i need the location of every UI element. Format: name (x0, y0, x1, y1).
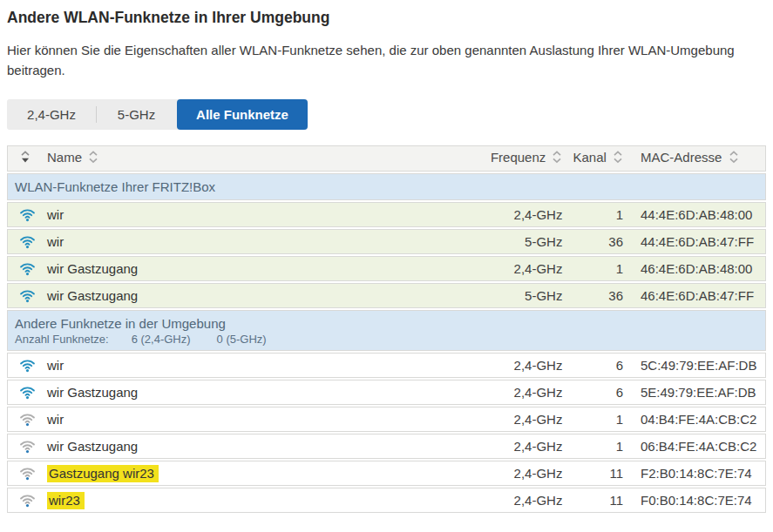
mac-cell: 5C:49:79:EE:AF:DB (628, 353, 766, 378)
wifi-weak-icon (19, 412, 36, 427)
kanal-cell: 36 (567, 229, 628, 254)
page-title: Andere WLAN-Funknetze in Ihrer Umgebung (7, 9, 766, 27)
tab-5ghz[interactable]: 5-GHz (96, 99, 177, 130)
kanal-cell: 6 (567, 353, 628, 378)
table-row: wir2,4-GHz144:4E:6D:AB:48:00 (7, 202, 766, 227)
table-header-row: Name Frequenz (7, 145, 766, 172)
mac-cell: 46:4E:6D:AB:47:FF (628, 283, 766, 308)
signal-cell (7, 202, 42, 227)
group-header-row: Andere Funknetze in der Umgebung Anzahl … (7, 310, 766, 351)
table-row: wir Gastzugang2,4-GHz65E:49:79:EE:AF:DB (7, 380, 766, 405)
table-row: Gastzugang wir232,4-GHz11F2:B0:14:8C:7E:… (7, 461, 766, 486)
sort-chevrons-icon (552, 150, 562, 167)
kanal-cell: 11 (567, 461, 628, 486)
wlan-table-body: WLAN-Funknetze Ihrer FRITZ!Box wir2,4-GH… (7, 173, 766, 513)
sort-chevrons-icon (88, 150, 98, 167)
name-cell: wir Gastzugang (42, 380, 478, 405)
group-header-row: WLAN-Funknetze Ihrer FRITZ!Box (7, 173, 766, 200)
name-cell: wir23 (42, 488, 478, 513)
sort-chevrons-icon (613, 150, 623, 167)
column-header-name[interactable]: Name (42, 145, 478, 172)
wifi-weak-icon (19, 439, 36, 454)
signal-cell (7, 229, 42, 254)
table-row: wir232,4-GHz11F0:B0:14:8C:7E:74 (7, 488, 766, 513)
kanal-cell: 11 (567, 488, 628, 513)
signal-cell (7, 256, 42, 281)
signal-cell (7, 461, 42, 486)
wifi-strong-icon (19, 261, 36, 276)
table-row: wir2,4-GHz65C:49:79:EE:AF:DB (7, 353, 766, 378)
mac-cell: 06:B4:FE:4A:CB:C2 (628, 434, 766, 459)
column-header-kanal[interactable]: Kanal (567, 145, 628, 172)
network-count-value: 0 (5-GHz) (217, 333, 267, 346)
tab-alle-funknetze[interactable]: Alle Funknetze (177, 99, 308, 130)
mac-cell: 44:4E:6D:AB:47:FF (628, 229, 766, 254)
sort-chevrons-icon (729, 150, 739, 167)
wifi-strong-icon (19, 207, 36, 222)
name-cell: wir (42, 202, 478, 227)
frequenz-cell: 2,4-GHz (478, 380, 567, 405)
mac-cell: 46:4E:6D:AB:48:00 (628, 256, 766, 281)
mac-cell: F0:B0:14:8C:7E:74 (628, 488, 766, 513)
wlan-networks-table: Name Frequenz (7, 144, 766, 515)
group-subheader: Anzahl Funknetze:6 (2,4-GHz)0 (5-GHz) (15, 333, 758, 346)
wifi-strong-icon (19, 358, 36, 373)
group-header-title: Andere Funknetze in der Umgebung (15, 315, 758, 332)
table-row: wir2,4-GHz104:B4:FE:4A:CB:C2 (7, 407, 766, 432)
mac-cell: 44:4E:6D:AB:48:00 (628, 202, 766, 227)
table-row: wir Gastzugang2,4-GHz106:B4:FE:4A:CB:C2 (7, 434, 766, 459)
column-header-frequenz[interactable]: Frequenz (478, 145, 567, 172)
column-header-mac[interactable]: MAC-Adresse (628, 145, 766, 172)
network-count-value: 6 (2,4-GHz) (132, 333, 191, 346)
page-description: Hier können Sie die Eigenschaften aller … (7, 40, 758, 80)
tab-24ghz[interactable]: 2,4-GHz (7, 99, 96, 130)
kanal-cell: 36 (567, 283, 628, 308)
network-count-label: Anzahl Funknetze: (15, 333, 109, 346)
column-label-frequenz: Frequenz (491, 150, 546, 165)
table-row: wir Gastzugang2,4-GHz146:4E:6D:AB:48:00 (7, 256, 766, 281)
kanal-cell: 1 (567, 202, 628, 227)
frequenz-cell: 2,4-GHz (478, 353, 567, 378)
wifi-strong-icon (19, 288, 36, 303)
wifi-strong-icon (19, 234, 36, 249)
group-header-title: WLAN-Funknetze Ihrer FRITZ!Box (15, 178, 758, 195)
column-label-mac: MAC-Adresse (641, 150, 722, 165)
mac-cell: 5E:49:79:EE:AF:DB (628, 380, 766, 405)
frequenz-cell: 2,4-GHz (478, 434, 567, 459)
frequenz-cell: 2,4-GHz (478, 407, 567, 432)
table-row: wir5-GHz3644:4E:6D:AB:47:FF (7, 229, 766, 254)
name-cell: wir Gastzugang (42, 283, 478, 308)
column-sort-all-button[interactable] (7, 145, 42, 172)
column-label-name: Name (47, 150, 82, 165)
wifi-strong-icon (19, 385, 36, 400)
signal-cell (7, 353, 42, 378)
frequenz-cell: 2,4-GHz (478, 461, 567, 486)
name-cell: wir Gastzugang (42, 434, 478, 459)
name-cell: Gastzugang wir23 (42, 461, 478, 486)
frequenz-cell: 2,4-GHz (478, 488, 567, 513)
frequency-tabs: 2,4-GHz 5-GHz Alle Funknetze (7, 99, 308, 130)
mac-cell: F2:B0:14:8C:7E:74 (628, 461, 766, 486)
kanal-cell: 6 (567, 380, 628, 405)
frequenz-cell: 2,4-GHz (478, 202, 567, 227)
name-cell: wir (42, 407, 478, 432)
kanal-cell: 1 (567, 434, 628, 459)
wifi-weak-icon (19, 493, 36, 508)
wifi-weak-icon (19, 466, 36, 481)
highlighted-network-name: Gastzugang wir23 (47, 465, 159, 482)
frequenz-cell: 5-GHz (478, 283, 567, 308)
signal-cell (7, 407, 42, 432)
frequenz-cell: 2,4-GHz (478, 256, 567, 281)
kanal-cell: 1 (567, 256, 628, 281)
signal-cell (7, 488, 42, 513)
column-label-kanal: Kanal (573, 150, 606, 165)
name-cell: wir (42, 229, 478, 254)
mac-cell: 04:B4:FE:4A:CB:C2 (628, 407, 766, 432)
table-row: wir Gastzugang5-GHz3646:4E:6D:AB:47:FF (7, 283, 766, 308)
wlan-environment-panel: Andere WLAN-Funknetze in Ihrer Umgebung … (0, 0, 773, 532)
frequenz-cell: 5-GHz (478, 229, 567, 254)
sort-active-desc-icon (20, 150, 31, 167)
signal-cell (7, 434, 42, 459)
kanal-cell: 1 (567, 407, 628, 432)
signal-cell (7, 380, 42, 405)
